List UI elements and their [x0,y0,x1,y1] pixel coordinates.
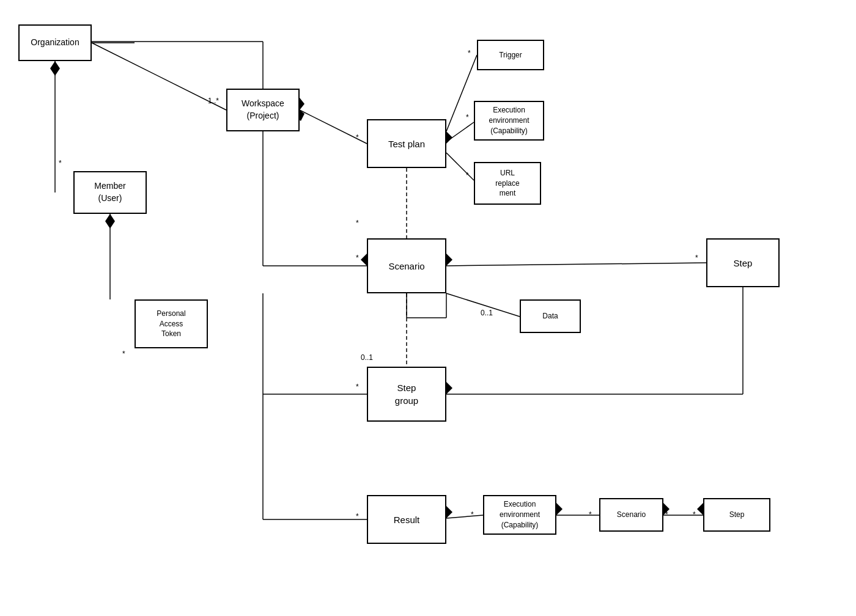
execution-env-label: Executionenvironment(Capability) [489,105,529,136]
personal-access-token-label: PersonalAccessToken [157,309,185,339]
diagram-container: Organization Member(User) PersonalAccess… [0,0,856,616]
label-star-trigger: * [468,49,471,57]
result-label: Result [394,513,420,526]
label-1star: 1..* [208,97,219,105]
svg-line-12 [446,122,474,142]
label-01-data: 0..1 [481,309,493,317]
step-group-label: Stepgroup [395,381,418,407]
svg-line-13 [446,153,474,180]
test-plan-label: Test plan [388,138,425,150]
member-box: Member(User) [73,171,147,214]
label-star-testplan: * [356,133,359,142]
label-star-execresult-left: * [471,510,474,519]
svg-line-3 [92,43,226,110]
label-star-scenresult: * [665,510,668,519]
label-star-scenario-left: * [356,254,359,262]
label-star-member: * [59,159,62,167]
label-star-pat: * [122,350,125,358]
step-result-label: Step [729,510,745,520]
label-star-url: * [466,171,469,180]
label-star-step: * [695,254,698,262]
scenario-box: Scenario [367,238,446,293]
execution-env-box: Executionenvironment(Capability) [474,101,544,141]
test-plan-box: Test plan [367,119,446,168]
member-label: Member(User) [94,180,125,204]
personal-access-token-box: PersonalAccessToken [135,299,208,348]
label-star-stepgrp-left: * [356,383,359,391]
url-replacement-box: URLreplacement [474,162,541,205]
label-01-stepgrp: 0..1 [361,353,373,362]
scenario-result-label: Scenario [617,510,646,520]
label-star-stepresult: * [693,510,696,519]
organization-label: Organization [31,37,79,49]
data-box: Data [520,299,581,333]
workspace-label: Workspace(Project) [242,98,284,122]
url-replacement-label: URLreplacement [495,168,519,199]
step-label: Step [734,257,753,270]
scenario-result-box: Scenario [599,498,663,532]
svg-line-34 [446,515,483,518]
svg-marker-1 [50,61,60,76]
step-box: Step [706,238,780,287]
execution-env-result-label: Executionenvironment(Capability) [500,499,540,530]
label-star-result: * [356,512,359,521]
scenario-label: Scenario [388,260,424,273]
trigger-label: Trigger [499,50,522,61]
label-star-scenario-top: * [356,219,359,227]
trigger-box: Trigger [477,40,544,70]
label-star-execenv: * [466,113,469,122]
organization-box: Organization [18,24,92,61]
step-result-box: Step [703,498,770,532]
svg-line-11 [446,55,477,131]
svg-line-19 [446,263,706,266]
svg-marker-7 [105,214,115,229]
label-star-execresult-right: * [589,510,592,519]
step-group-box: Stepgroup [367,367,446,422]
data-label: Data [542,311,558,321]
execution-env-result-box: Executionenvironment(Capability) [483,495,556,535]
result-box: Result [367,495,446,544]
workspace-box: Workspace(Project) [226,89,300,131]
